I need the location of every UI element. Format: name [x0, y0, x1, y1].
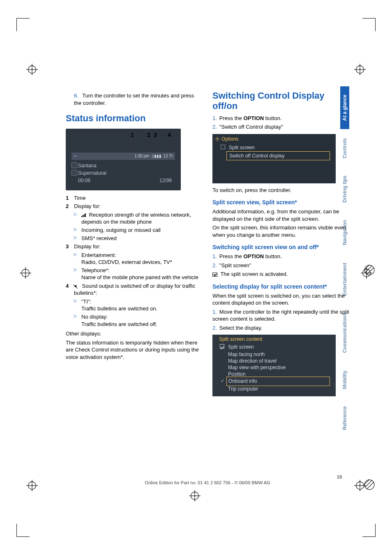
- page-number: 19: [66, 474, 342, 479]
- menu-title: Options: [221, 136, 238, 142]
- heading-split-screen-view: Split screen view, Split screen*: [212, 199, 349, 206]
- switch-on-note: To switch on, press the controller.: [212, 187, 349, 194]
- item-text: Display for:: [74, 243, 203, 250]
- item-number: 2: [66, 203, 74, 210]
- select-intro: When the split screen is switched on, yo…: [212, 292, 349, 307]
- bullet-icon: ▷: [74, 235, 80, 242]
- status-time: 1:30 pm: [134, 153, 149, 159]
- check-icon: ✓: [221, 378, 224, 384]
- menu-item-selected: Onboard info: [226, 377, 330, 386]
- svg-point-29: [217, 138, 219, 140]
- step-number: 6.: [74, 92, 78, 99]
- split-screen-content-screenshot: Split screen content Split screen Map fa…: [212, 335, 336, 396]
- item-text: Reception strength of the wireless netwo…: [81, 211, 203, 226]
- callout-2: 2: [147, 131, 150, 139]
- menu-item-split-screen: Split screen: [226, 143, 330, 152]
- svg-point-25: [364, 265, 374, 275]
- registration-mark-icon: [354, 64, 366, 75]
- bullet-icon: ▷: [74, 252, 80, 266]
- checked-box-icon: [220, 344, 224, 349]
- crop-mark: [16, 524, 30, 537]
- step-text: Turn the controller to set the minutes a…: [74, 92, 194, 106]
- item-text: SMS* received: [81, 235, 203, 242]
- onoff-step-2: 2."Split screen": [212, 262, 349, 269]
- album-icon: [71, 170, 77, 176]
- other-displays-heading: Other displays:: [66, 330, 203, 338]
- menu-item: Trip computer: [226, 385, 330, 393]
- heading-switching-control-display: Switching Control Display off/on: [212, 90, 349, 111]
- mute-icon: [74, 284, 79, 289]
- track-album: Supernatural: [78, 170, 106, 176]
- page-content: 6. Turn the controller to set the minute…: [66, 90, 349, 485]
- item-text: Display for:: [74, 203, 203, 210]
- step-6: 6. Turn the controller to set the minute…: [74, 92, 203, 106]
- callout-4: 4: [168, 131, 171, 139]
- svg-point-21: [364, 480, 374, 490]
- item-text: Incoming, outgoing or missed call: [81, 227, 203, 234]
- track-count: 12/99: [159, 177, 172, 184]
- status-bar-screenshot: 1 2 3 4 ↩ 1:30 pm ▯▮▮▮ 12 TI Santana Sup…: [66, 129, 181, 190]
- signal-icon: ▯▮▮▮: [152, 153, 161, 159]
- page-footer: 19 Online Edition for Part no. 01 41 2 6…: [66, 474, 349, 485]
- artist-icon: [71, 162, 77, 168]
- item-number: 3: [66, 243, 74, 250]
- bullet-icon: ▷: [74, 227, 80, 234]
- item-text: Entertainment:Radio, CD/DVD, external de…: [81, 252, 203, 266]
- registration-mark-icon: [189, 490, 201, 502]
- heading-status-information: Status information: [66, 112, 203, 125]
- crop-mark: [362, 524, 376, 537]
- item-text: No display:Traffic bulletins are switche…: [81, 313, 203, 328]
- registration-mark-icon: [26, 480, 38, 491]
- item-number: 1: [66, 194, 74, 202]
- status-flags: 12 TI: [163, 153, 173, 159]
- options-menu-screenshot: Options Split screen Switch off Control …: [212, 134, 336, 183]
- footer-text: Online Edition for Part no. 01 41 2 602 …: [66, 480, 349, 485]
- bullet-icon: ▷: [74, 298, 80, 312]
- item-text: "TI":Traffic bulletins are switched on.: [81, 298, 203, 312]
- status-bar: ↩ 1:30 pm ▯▮▮▮ 12 TI: [71, 153, 175, 160]
- panel-title: Split screen content: [219, 336, 262, 342]
- gear-icon: [215, 136, 220, 141]
- split-screen-p1: Additional information, e.g. from the co…: [212, 208, 349, 222]
- callout-3: 3: [154, 131, 157, 139]
- select-step-2: 2.Select the display.: [212, 324, 349, 332]
- onoff-step-1: 1.Press the OPTION button.: [212, 253, 349, 260]
- hatch-mark-icon: [364, 265, 375, 275]
- bullet-icon: ▷: [74, 211, 80, 226]
- item-text: Sound output is switched off or display …: [74, 282, 203, 297]
- callout-1: 1: [131, 131, 134, 139]
- crop-mark: [16, 18, 30, 31]
- step-1: 1.Press the OPTION button.: [212, 115, 349, 122]
- item-text: Time: [74, 194, 203, 202]
- bullet-icon: ▷: [74, 313, 80, 328]
- back-arrow-icon: ↩: [74, 153, 77, 159]
- heading-select-content: Selecting display for split screen conte…: [212, 283, 349, 291]
- right-column: Switching Control Display off/on 1.Press…: [212, 90, 349, 485]
- heading-split-onoff: Switching split screen view on and off*: [212, 243, 349, 251]
- registration-mark-icon: [20, 267, 31, 279]
- left-column: 6. Turn the controller to set the minute…: [66, 90, 203, 485]
- step-2: 2."Switch off Control display": [212, 123, 349, 131]
- track-elapsed: 00:08: [78, 177, 90, 184]
- split-screen-p2: On the split screen, this information re…: [212, 224, 349, 238]
- track-artist: Santana: [78, 162, 97, 169]
- item-text: Telephone*:Name of the mobile phone pair…: [81, 267, 203, 281]
- onoff-result: The split screen is activated.: [212, 271, 349, 278]
- registration-mark-icon: [26, 64, 38, 75]
- menu-item-switch-off: Switch off Control display: [226, 151, 330, 160]
- signal-bars-icon: [81, 213, 86, 217]
- checked-box-icon: [212, 273, 217, 277]
- other-displays-body: The status information is temporarily hi…: [66, 339, 203, 361]
- crop-mark: [362, 18, 376, 31]
- checkbox-icon: [221, 145, 225, 149]
- hatch-mark-icon: [364, 479, 375, 490]
- bullet-icon: ▷: [74, 267, 80, 281]
- select-step-1: 1.Move the controller to the right repea…: [212, 308, 349, 323]
